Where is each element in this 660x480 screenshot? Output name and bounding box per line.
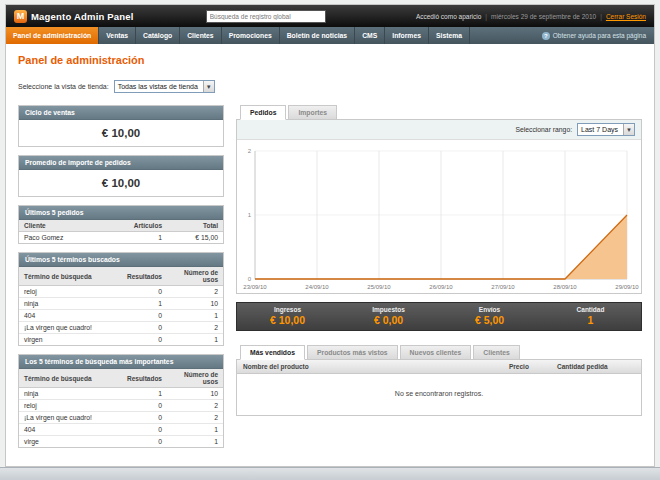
cell: reloj: [19, 286, 122, 298]
store-view-value: Todas las vistas de tienda: [118, 83, 198, 90]
tab-mas-vendidos[interactable]: Más vendidos: [240, 345, 305, 360]
total-cantidad: Cantidad 1: [540, 303, 641, 330]
cell: 0: [122, 310, 167, 322]
session-info: Accedió como aparicio | miércoles 29 de …: [416, 13, 646, 20]
cell: € 15,00: [167, 232, 223, 244]
chevron-down-icon: ▼: [203, 81, 214, 92]
table-row[interactable]: ninja 1 10: [19, 298, 223, 310]
top-search-terms-header: Los 5 términos de búsqueda más important…: [19, 355, 223, 369]
cell: 1: [167, 436, 223, 448]
cell: 2: [167, 412, 223, 424]
lifetime-sales-box: Ciclo de ventas € 10,00: [18, 105, 224, 147]
column-header: Total: [167, 220, 223, 232]
store-view-select[interactable]: Todas las vistas de tienda ▼: [114, 80, 215, 93]
nav-item-ventas[interactable]: Ventas: [99, 27, 136, 44]
column-header: Artículos: [123, 220, 167, 232]
orders-chart-panel: Seleccionar rango: Last 7 Days ▼ 01223/0…: [236, 119, 642, 294]
range-value: Last 7 Days: [581, 126, 618, 133]
total-envios: Envíos € 5,00: [439, 303, 540, 330]
total-label: Envíos: [439, 306, 540, 313]
average-orders-value: € 10,00: [19, 170, 223, 196]
logged-in-as: Accedió como aparicio: [416, 13, 481, 20]
average-orders-box: Promedio de importe de pedidos € 10,00: [18, 155, 224, 197]
total-value: € 5,00: [439, 314, 540, 326]
admin-window: M Magento Admin Panel Accedió como apari…: [5, 4, 655, 467]
total-value: 1: [540, 314, 641, 326]
cell: 1: [167, 424, 223, 436]
tab-clientes[interactable]: Clientes: [473, 345, 519, 360]
range-select[interactable]: Last 7 Days ▼: [577, 123, 635, 136]
global-search-input[interactable]: [206, 10, 326, 23]
grid-header: Nombre del producto Precio Cantidad pedi…: [237, 360, 641, 374]
table-row[interactable]: reloj 0 2: [19, 286, 223, 298]
range-label: Seleccionar rango:: [515, 126, 572, 133]
nav-item-informes[interactable]: Informes: [385, 27, 429, 44]
dashboard-columns: Ciclo de ventas € 10,00 Promedio de impo…: [18, 105, 642, 448]
logout-link[interactable]: Cerrar Sesión: [606, 13, 646, 20]
column-header: Cliente: [19, 220, 123, 232]
cell: virge: [19, 436, 122, 448]
tab-pedidos[interactable]: Pedidos: [240, 105, 286, 120]
cell: 1: [167, 310, 223, 322]
grid-column-name: Nombre del producto: [237, 360, 505, 373]
cell: 2: [167, 322, 223, 334]
cell: 0: [122, 424, 167, 436]
magento-logo-icon: M: [14, 10, 27, 23]
grid-column-price: Precio: [505, 360, 553, 373]
cell: 1: [167, 334, 223, 346]
nav-item-catalogo[interactable]: Catálogo: [136, 27, 180, 44]
table-row[interactable]: ninja 1 10: [19, 388, 223, 400]
table-row[interactable]: ¡La virgen que cuadro! 0 2: [19, 322, 223, 334]
cell: 10: [167, 298, 223, 310]
cell: ¡La virgen que cuadro!: [19, 412, 122, 424]
total-value: € 10,00: [237, 314, 338, 326]
svg-text:24/09/10: 24/09/10: [305, 284, 329, 290]
cell: virgen: [19, 334, 122, 346]
window-footer: [0, 467, 660, 480]
grid-empty-message: No se encontraron registros.: [237, 374, 641, 415]
cell: 0: [122, 436, 167, 448]
cell: 0: [122, 400, 167, 412]
table-row[interactable]: virgen 0 1: [19, 334, 223, 346]
column-header: Número de usos: [167, 267, 223, 286]
cell: 0: [122, 286, 167, 298]
table-row[interactable]: ¡La virgen que cuadro! 0 2: [19, 412, 223, 424]
help-label: Obtener ayuda para esta página: [553, 32, 646, 39]
table-row[interactable]: reloj 0 2: [19, 400, 223, 412]
chart-tabs: Pedidos Importes: [236, 105, 642, 120]
cell: 1: [122, 298, 167, 310]
header-date: miércoles 29 de septiembre de 2010: [491, 13, 596, 20]
svg-text:0: 0: [248, 276, 252, 282]
tab-importes[interactable]: Importes: [288, 105, 337, 120]
cell: 2: [167, 400, 223, 412]
table-row[interactable]: 404 0 1: [19, 310, 223, 322]
nav-item-cms[interactable]: CMS: [355, 27, 385, 44]
column-header: Resultados: [122, 369, 167, 388]
separator: |: [600, 13, 602, 20]
svg-text:27/09/10: 27/09/10: [491, 284, 515, 290]
total-label: Impuestos: [338, 306, 439, 313]
nav-item-clientes[interactable]: Clientes: [180, 27, 221, 44]
page-help-link[interactable]: ? Obtener ayuda para esta página: [542, 27, 654, 44]
top-search-terms-box: Los 5 términos de búsqueda más important…: [18, 354, 224, 448]
total-label: Ingresos: [237, 306, 338, 313]
nav-item-promociones[interactable]: Promociones: [222, 27, 280, 44]
nav-item-boletin[interactable]: Boletín de noticias: [280, 27, 355, 44]
last-search-terms-box: Últimos 5 términos buscados Término de b…: [18, 252, 224, 346]
cell: 10: [167, 388, 223, 400]
last-orders-header: Últimos 5 pedidos: [19, 206, 223, 220]
cell: 0: [122, 412, 167, 424]
content-area: Panel de administración Seleccione la vi…: [6, 44, 654, 456]
tab-nuevos-clientes[interactable]: Nuevos clientes: [400, 345, 472, 360]
table-row[interactable]: virge 0 1: [19, 436, 223, 448]
table-row[interactable]: Paco Gomez 1 € 15,00: [19, 232, 223, 244]
brand-title: Magento Admin Panel: [31, 11, 134, 22]
products-tabs: Más vendidos Productos más vistos Nuevos…: [236, 345, 642, 360]
cell: 1: [122, 388, 167, 400]
tab-productos-mas-vistos[interactable]: Productos más vistos: [307, 345, 398, 360]
nav-item-sistema[interactable]: Sistema: [429, 27, 470, 44]
lifetime-sales-value: € 10,00: [19, 120, 223, 146]
table-row[interactable]: 404 0 1: [19, 424, 223, 436]
nav-item-panel-administracion[interactable]: Panel de administración: [6, 27, 99, 44]
cell: reloj: [19, 400, 122, 412]
